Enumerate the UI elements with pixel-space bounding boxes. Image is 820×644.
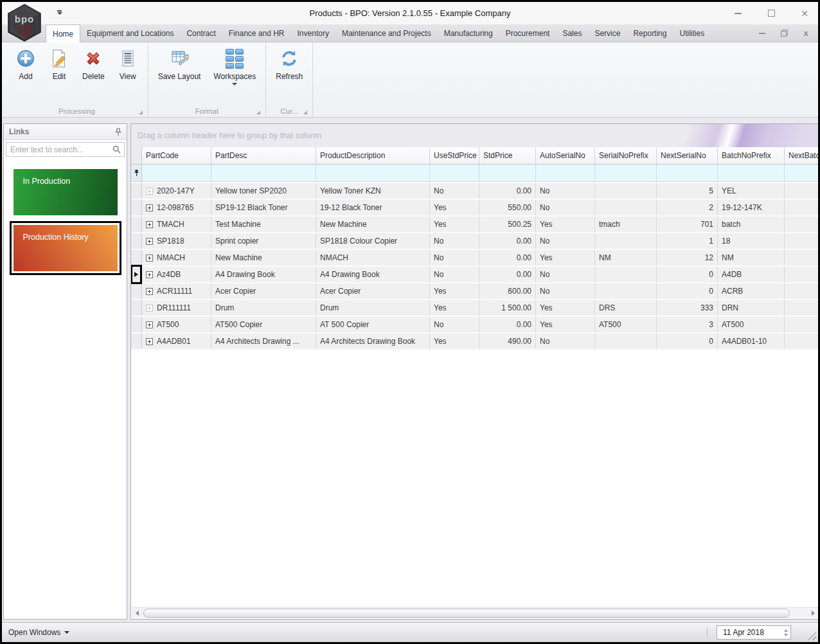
filter-cell-auto_serial_no[interactable]: [536, 165, 595, 181]
group-by-panel[interactable]: Drag a column header here to group by th…: [131, 124, 818, 147]
column-header-product_description[interactable]: ProductDescription: [316, 147, 430, 164]
tab-contract[interactable]: Contract: [180, 24, 222, 42]
cell-part_code[interactable]: 12-098765: [142, 200, 211, 215]
close-button[interactable]: ✕: [800, 9, 809, 18]
tab-procurement[interactable]: Procurement: [499, 24, 557, 42]
cell-part_desc[interactable]: Test Machine: [211, 217, 316, 232]
cell-part_code[interactable]: NMACH: [142, 250, 211, 265]
cell-product_description[interactable]: 19-12 Black Toner: [316, 200, 430, 215]
workspaces-button[interactable]: Workspaces: [208, 45, 262, 87]
spin-up-icon[interactable]: [784, 629, 788, 632]
cell-next_serial_no[interactable]: 333: [657, 300, 718, 316]
cell-part_code[interactable]: SP1818: [142, 233, 211, 249]
cell-auto_serial_no[interactable]: No: [536, 200, 595, 215]
cell-serial_no_prefix[interactable]: [595, 283, 657, 299]
save-layout-button[interactable]: Save Layout: [152, 45, 207, 82]
cell-next_batch[interactable]: [785, 217, 818, 232]
filter-cell-batch_no_prefix[interactable]: [718, 165, 785, 181]
cell-product_description[interactable]: A4 Drawing Book: [316, 267, 430, 282]
cell-next_batch[interactable]: [785, 267, 818, 282]
cell-part_desc[interactable]: Drum: [211, 300, 316, 316]
table-row[interactable]: AT500AT500 CopierAT 500 CopierNo0.00YesA…: [131, 317, 818, 334]
column-header-std_price[interactable]: StdPrice: [479, 147, 536, 164]
cell-serial_no_prefix[interactable]: [595, 267, 657, 282]
scroll-left-button[interactable]: [132, 607, 142, 618]
cell-part_code[interactable]: Az4DB: [142, 267, 211, 282]
cell-part_desc[interactable]: SP19-12 Black Toner: [211, 200, 316, 215]
cell-use_std_price[interactable]: No: [430, 233, 479, 249]
table-row[interactable]: NMACHNew MachineNMACHNo0.00YesNM12NM: [131, 250, 818, 267]
tab-reporting[interactable]: Reporting: [627, 24, 673, 42]
cell-part_desc[interactable]: Yellow toner SP2020: [211, 183, 316, 199]
cell-product_description[interactable]: Drum: [316, 300, 430, 316]
filter-cell-part_desc[interactable]: [211, 165, 316, 181]
expand-row-icon[interactable]: [146, 271, 153, 278]
cell-next_batch[interactable]: [785, 183, 818, 199]
scrollbar-thumb[interactable]: [143, 609, 790, 618]
filter-cell-next_serial_no[interactable]: [657, 165, 718, 181]
cell-next_serial_no[interactable]: 2: [657, 200, 718, 215]
expand-row-icon[interactable]: [146, 238, 153, 245]
cell-product_description[interactable]: New Machine: [316, 217, 430, 232]
column-header-auto_serial_no[interactable]: AutoSerialNo: [536, 147, 595, 164]
filter-cell-product_description[interactable]: [316, 165, 430, 181]
expand-row-icon[interactable]: [146, 221, 153, 228]
search-input[interactable]: [6, 145, 112, 154]
table-row[interactable]: ACR11111Acer CopierAcer CopierYes600.00N…: [131, 283, 818, 300]
tab-finance-and-hr[interactable]: Finance and HR: [222, 24, 291, 42]
cell-next_batch[interactable]: [785, 300, 818, 316]
expand-row-icon[interactable]: [146, 321, 153, 328]
cell-serial_no_prefix[interactable]: [595, 233, 657, 249]
scroll-right-button[interactable]: [808, 607, 818, 618]
maximize-button[interactable]: [767, 9, 776, 18]
cell-use_std_price[interactable]: Yes: [430, 300, 479, 316]
cell-serial_no_prefix[interactable]: [595, 183, 657, 199]
cell-std_price[interactable]: 550.00: [479, 200, 536, 215]
cell-use_std_price[interactable]: Yes: [430, 283, 479, 299]
cell-auto_serial_no[interactable]: Yes: [536, 250, 595, 265]
tab-sales[interactable]: Sales: [556, 24, 588, 42]
cell-use_std_price[interactable]: Yes: [430, 334, 479, 349]
processing-dialog-launcher-icon[interactable]: [139, 111, 143, 114]
cell-batch_no_prefix[interactable]: 19-12-147K: [718, 200, 785, 215]
filter-cell-serial_no_prefix[interactable]: [595, 165, 657, 181]
cell-std_price[interactable]: 600.00: [479, 283, 536, 299]
link-tile-production-history[interactable]: Production History: [13, 225, 118, 271]
cell-next_serial_no[interactable]: 12: [657, 250, 718, 265]
cell-next_serial_no[interactable]: 5: [657, 183, 718, 199]
cell-batch_no_prefix[interactable]: NM: [718, 250, 785, 265]
cell-serial_no_prefix[interactable]: NM: [595, 250, 657, 265]
format-dialog-launcher-icon[interactable]: [256, 111, 260, 114]
edit-button[interactable]: Edit: [43, 45, 75, 82]
cell-batch_no_prefix[interactable]: 18: [718, 233, 785, 249]
cell-batch_no_prefix[interactable]: A4DB: [718, 267, 785, 282]
cell-product_description[interactable]: Yellow Toner KZN: [316, 183, 430, 199]
cell-part_code[interactable]: TMACH: [142, 217, 211, 232]
table-row[interactable]: A4ADB01A4 Architects Drawing ...A4 Archi…: [131, 334, 818, 350]
cell-serial_no_prefix[interactable]: AT500: [595, 317, 657, 332]
cell-batch_no_prefix[interactable]: DRN: [718, 300, 785, 316]
cell-next_serial_no[interactable]: 1: [657, 233, 718, 249]
cell-batch_no_prefix[interactable]: batch: [718, 217, 785, 232]
cell-auto_serial_no[interactable]: Yes: [536, 317, 595, 332]
pin-icon[interactable]: [115, 128, 121, 136]
date-spinner[interactable]: [781, 626, 790, 639]
filter-cell-next_batch[interactable]: [785, 165, 818, 181]
cell-next_batch[interactable]: [785, 317, 818, 332]
table-row[interactable]: DR111111DrumDrumYes1 500.00YesDRS333DRN: [131, 300, 818, 317]
cell-next_serial_no[interactable]: 0: [657, 283, 718, 299]
cell-batch_no_prefix[interactable]: A4ADB01-10: [718, 334, 785, 349]
cell-part_desc[interactable]: AT500 Copier: [211, 317, 316, 332]
cell-auto_serial_no[interactable]: No: [536, 233, 595, 249]
cell-use_std_price[interactable]: Yes: [430, 217, 479, 232]
cell-part_code[interactable]: DR111111: [142, 300, 211, 316]
cell-part_code[interactable]: AT500: [142, 317, 211, 332]
cell-std_price[interactable]: 500.25: [479, 217, 536, 232]
cell-std_price[interactable]: 490.00: [479, 334, 536, 349]
expand-row-icon[interactable]: [146, 305, 153, 312]
cell-std_price[interactable]: 0.00: [479, 267, 536, 282]
table-row[interactable]: Az4DBA4 Drawing BookA4 Drawing BookNo0.0…: [131, 267, 818, 283]
cell-part_desc[interactable]: New Machine: [211, 250, 316, 265]
cell-auto_serial_no[interactable]: No: [536, 183, 595, 199]
refresh-button[interactable]: Refresh: [270, 45, 308, 82]
